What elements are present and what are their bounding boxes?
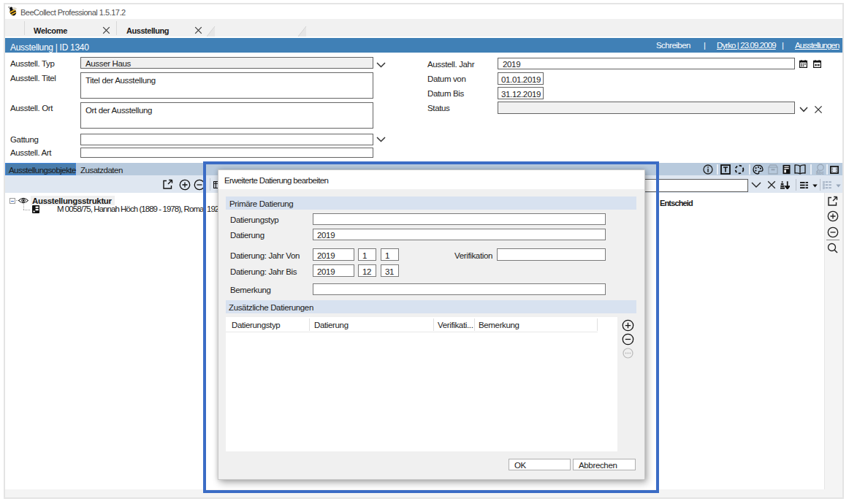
svg-text:abc: abc — [816, 170, 825, 175]
